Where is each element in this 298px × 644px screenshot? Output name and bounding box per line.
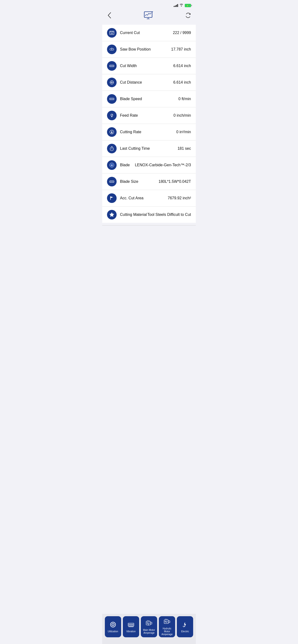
feed-rate-icon bbox=[107, 111, 117, 120]
cutting-rate-value: 0 in²/min bbox=[176, 130, 191, 134]
dashboard-list: 222 Current Cut 222 / 9999 Saw Bow Posit… bbox=[102, 25, 196, 223]
cutting-rate-label: Cutting Rate bbox=[120, 130, 176, 134]
cutting-material-icon bbox=[107, 210, 117, 220]
svg-point-41 bbox=[112, 149, 112, 149]
svg-rect-1 bbox=[189, 5, 190, 6]
current-cut-label: Current Cut bbox=[120, 31, 173, 35]
list-item-saw-bow-position: Saw Bow Position 17.787 inch bbox=[102, 41, 196, 58]
current-cut-icon: 222 bbox=[107, 28, 117, 38]
svg-point-14 bbox=[111, 49, 112, 50]
list-item-last-cutting-time: Last Cutting Time 181 sec bbox=[102, 140, 196, 157]
back-button[interactable] bbox=[107, 12, 117, 20]
dashboard-icon: + bbox=[144, 11, 154, 20]
cut-width-value: 6.614 inch bbox=[173, 64, 191, 68]
svg-text:⚡: ⚡ bbox=[186, 4, 189, 6]
battery-icon: ⚡ bbox=[185, 4, 191, 7]
cutting-material-value: Tool Steels Difficult to Cut bbox=[147, 212, 191, 217]
wifi-icon bbox=[180, 3, 183, 8]
list-item-cutting-material: Cutting Material Tool Steels Difficult t… bbox=[102, 206, 196, 223]
cut-width-icon bbox=[107, 61, 117, 71]
nav-bar: + bbox=[102, 9, 196, 25]
refresh-button[interactable] bbox=[181, 12, 191, 20]
list-item-blade-speed: Blade Speed 0 ft/min bbox=[102, 91, 196, 107]
blade-size-value: 180L*1.5W*0.042T bbox=[159, 180, 191, 184]
bottom-spacer bbox=[102, 228, 196, 254]
saw-bow-position-label: Saw Bow Position bbox=[120, 47, 171, 52]
saw-bow-position-icon bbox=[107, 44, 117, 54]
signal-icon bbox=[174, 4, 178, 7]
last-cutting-time-label: Last Cutting Time bbox=[120, 146, 178, 151]
cutting-rate-icon bbox=[107, 127, 117, 137]
cut-distance-icon bbox=[107, 78, 117, 87]
svg-text:+: + bbox=[152, 11, 153, 13]
saw-bow-position-value: 17.787 inch bbox=[171, 47, 191, 52]
blade-speed-value: 0 ft/min bbox=[179, 97, 191, 101]
status-bar: ⚡ bbox=[102, 0, 196, 9]
list-item-feed-rate: Feed Rate 0 inch/min bbox=[102, 107, 196, 124]
blade-speed-label: Blade Speed bbox=[120, 97, 179, 101]
cut-width-label: Cut Width bbox=[120, 64, 173, 68]
feed-rate-value: 0 inch/min bbox=[174, 113, 191, 118]
blade-icon: ID bbox=[107, 160, 117, 170]
cutting-material-label: Cutting Material bbox=[120, 212, 147, 217]
list-item-cutting-rate: Cutting Rate 0 in²/min bbox=[102, 124, 196, 140]
svg-marker-51 bbox=[110, 212, 114, 216]
acc-cut-area-value: 7679.92 inch² bbox=[168, 196, 191, 200]
svg-marker-38 bbox=[111, 130, 112, 134]
last-cutting-time-icon bbox=[107, 144, 117, 153]
blade-speed-icon bbox=[107, 94, 117, 104]
status-icons: ⚡ bbox=[174, 3, 191, 8]
svg-text:ID: ID bbox=[111, 164, 113, 166]
blade-size-label: Blade Size bbox=[120, 180, 159, 184]
last-cutting-time-value: 181 sec bbox=[178, 146, 191, 151]
list-item-blade: ID Blade LENOX-Carbide-Gen-Tech™-2/3 bbox=[102, 157, 196, 174]
list-item-acc-cut-area: Acc. Cut Area 7679.92 inch² bbox=[102, 190, 196, 206]
list-item-cut-width: Cut Width 6.614 inch bbox=[102, 58, 196, 74]
svg-point-36 bbox=[112, 115, 112, 116]
feed-rate-label: Feed Rate bbox=[120, 113, 174, 118]
blade-value: LENOX-Carbide-Gen-Tech™-2/3 bbox=[135, 163, 191, 167]
blade-size-icon bbox=[107, 177, 117, 186]
list-item-blade-size: Blade Size 180L*1.5W*0.042T bbox=[102, 174, 196, 190]
cut-distance-value: 6.614 inch bbox=[173, 80, 191, 84]
list-item-current-cut: 222 Current Cut 222 / 9999 bbox=[102, 25, 196, 41]
nav-title-area: + bbox=[144, 11, 154, 21]
acc-cut-area-label: Acc. Cut Area bbox=[120, 196, 168, 200]
blade-label: Blade bbox=[120, 163, 135, 167]
acc-cut-area-icon bbox=[107, 193, 117, 203]
svg-marker-34 bbox=[111, 116, 112, 118]
svg-marker-25 bbox=[112, 82, 112, 82]
current-cut-value: 222 / 9999 bbox=[173, 31, 191, 35]
separator bbox=[102, 225, 196, 226]
list-item-cut-distance: Cut Distance 6.614 inch bbox=[102, 74, 196, 91]
cut-distance-label: Cut Distance bbox=[120, 80, 173, 84]
svg-text:222: 222 bbox=[111, 32, 113, 34]
